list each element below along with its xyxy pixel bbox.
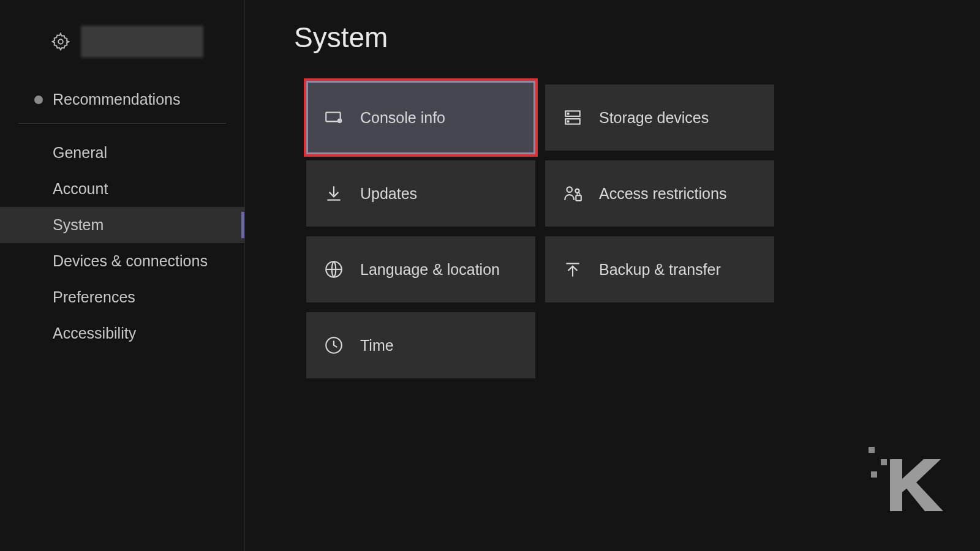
sidebar-item-preferences[interactable]: Preferences: [0, 279, 244, 315]
storage-icon: [562, 107, 583, 128]
sidebar-header: [0, 0, 244, 76]
tile-label: Language & location: [360, 261, 500, 279]
upload-icon: [562, 259, 583, 280]
svg-point-5: [568, 113, 569, 114]
sidebar-item-account[interactable]: Account: [0, 171, 244, 207]
sidebar-item-label: General: [53, 144, 107, 161]
tile-storage-devices[interactable]: Storage devices: [545, 84, 774, 151]
svg-point-7: [567, 187, 572, 192]
sidebar-item-accessibility[interactable]: Accessibility: [0, 315, 244, 351]
tile-label: Updates: [360, 185, 417, 203]
clock-icon: [323, 335, 344, 356]
bullet-icon: [34, 96, 43, 104]
nav-list: General Account System Devices & connect…: [0, 135, 244, 351]
svg-point-8: [575, 189, 579, 193]
gear-icon: [51, 32, 70, 51]
page-title: System: [294, 21, 956, 54]
tile-time[interactable]: Time: [306, 312, 535, 378]
tile-label: Storage devices: [599, 109, 709, 127]
tile-label: Backup & transfer: [599, 261, 721, 279]
tile-updates[interactable]: Updates: [306, 160, 535, 227]
profile-name-redacted: [81, 26, 203, 58]
sidebar-item-general[interactable]: General: [0, 135, 244, 171]
sidebar-item-label: System: [53, 216, 104, 233]
watermark-logo: [862, 441, 948, 514]
tile-grid: Console info Storage devices: [306, 84, 956, 378]
sidebar-item-label: Account: [53, 180, 108, 197]
recommendations-label: Recommendations: [53, 91, 180, 108]
tile-label: Console info: [360, 109, 445, 127]
divider: [18, 123, 226, 124]
svg-rect-9: [576, 195, 581, 201]
svg-rect-14: [871, 471, 877, 478]
tile-label: Time: [360, 337, 394, 354]
download-icon: [323, 183, 344, 204]
sidebar-item-label: Preferences: [53, 288, 135, 305]
svg-rect-12: [869, 447, 875, 453]
sidebar-item-label: Devices & connections: [53, 252, 208, 269]
tile-console-info[interactable]: Console info: [306, 81, 535, 154]
sidebar-item-label: Accessibility: [53, 324, 136, 342]
svg-rect-13: [881, 459, 887, 465]
console-icon: [323, 107, 344, 128]
access-icon: [562, 183, 583, 204]
tile-language-location[interactable]: Language & location: [306, 236, 535, 302]
sidebar-item-devices[interactable]: Devices & connections: [0, 243, 244, 279]
tile-label: Access restrictions: [599, 185, 726, 203]
svg-point-6: [568, 121, 569, 122]
svg-point-0: [58, 39, 63, 44]
sidebar-item-system[interactable]: System: [0, 207, 244, 243]
tile-access-restrictions[interactable]: Access restrictions: [545, 160, 774, 227]
tile-backup-transfer[interactable]: Backup & transfer: [545, 236, 774, 302]
sidebar: Recommendations General Account System D…: [0, 0, 245, 551]
globe-icon: [323, 259, 344, 280]
sidebar-recommendations[interactable]: Recommendations: [0, 76, 244, 123]
